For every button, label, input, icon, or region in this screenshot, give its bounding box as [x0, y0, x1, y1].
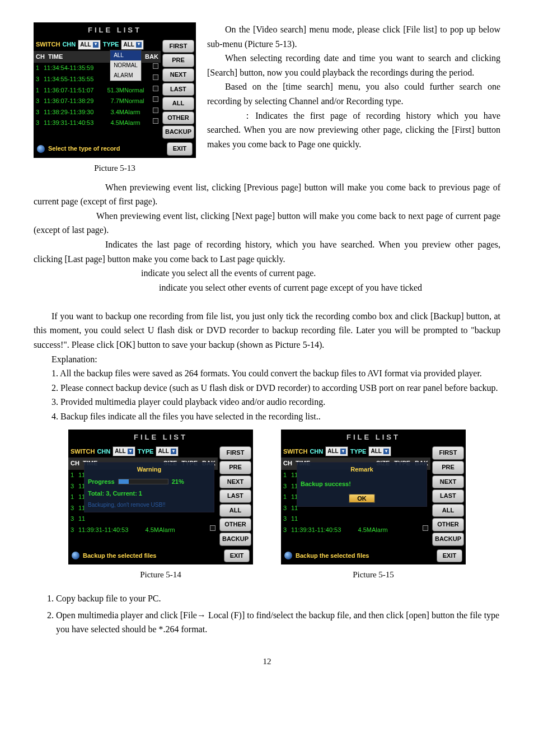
next-button[interactable]: NEXT: [432, 475, 464, 489]
modal-title: Remark: [301, 465, 423, 475]
row-checkbox[interactable]: [153, 86, 158, 91]
exit-button[interactable]: EXIT: [224, 549, 250, 563]
panel-title: FILE LIST: [68, 430, 253, 446]
row-checkbox[interactable]: [210, 525, 216, 531]
progress-bar: [118, 479, 168, 484]
backup-button[interactable]: BACKUP: [219, 533, 251, 546]
all-button[interactable]: ALL: [219, 504, 251, 517]
file-list-panel-14: FILE LIST SWITCH CHN ALL▾ TYPE ALL▾ CH T…: [68, 430, 253, 565]
dd-option-all[interactable]: ALL: [110, 50, 141, 60]
warning-modal: Warning Progress 21% Total: 3, Current: …: [84, 462, 214, 512]
chn-dropdown[interactable]: ALL▾: [113, 446, 135, 456]
backup-button[interactable]: BACKUP: [162, 125, 194, 139]
table-row[interactable]: 311:36:07-11:38:297.7MNormal: [34, 96, 161, 107]
paragraph: 3. Provided multimedia player could play…: [34, 395, 500, 409]
pre-button[interactable]: PRE: [162, 54, 194, 67]
info-icon: [284, 552, 292, 559]
chn-dropdown[interactable]: ALL▾: [78, 40, 100, 50]
all-button[interactable]: ALL: [432, 504, 464, 517]
table-row[interactable]: 311:39:31-11:40:534.5MAlarm: [281, 525, 430, 536]
pre-button[interactable]: PRE: [432, 461, 464, 474]
paragraph: 2. Please connect backup device (such as…: [34, 381, 500, 395]
info-icon: [37, 145, 45, 153]
dd-option-normal[interactable]: NORMAL: [110, 60, 141, 71]
row-checkbox[interactable]: [153, 63, 158, 69]
other-button[interactable]: OTHER: [162, 111, 194, 125]
footer-text: Select the type of record: [48, 144, 120, 154]
paragraph: When previewing event list, clicking [Pr…: [34, 180, 500, 209]
chevron-down-icon: ▾: [128, 449, 133, 454]
type-dropdown[interactable]: ALL▾: [121, 40, 143, 50]
filter-row: SWITCH CHN ALL▾ TYPE ALL▾: [281, 445, 430, 458]
row-checkbox[interactable]: [153, 118, 158, 124]
first-button[interactable]: FIRST: [219, 446, 251, 460]
busy-text: Backuping, don't remove USB!!: [88, 501, 210, 510]
pre-button[interactable]: PRE: [219, 461, 251, 474]
type-dropdown[interactable]: ALL▾: [156, 446, 178, 456]
paragraph: Indicates the last page of recording his…: [34, 237, 500, 266]
panel-title: FILE LIST: [34, 22, 196, 39]
exit-button[interactable]: EXIT: [167, 142, 193, 156]
list-item: Copy backup file to your PC.: [56, 590, 500, 607]
table-row[interactable]: 311:38:29-11:39:303.4MAlarm: [34, 107, 161, 118]
success-text: Backup success!: [301, 479, 423, 489]
dd-option-alarm[interactable]: ALARM: [110, 71, 141, 81]
ok-button[interactable]: OK: [349, 494, 375, 503]
paragraph: On the [Video search] menu mode, please …: [207, 22, 500, 51]
paragraph: 1. All the backup files were saved as 26…: [34, 366, 500, 381]
paragraph: When selecting recording date and time y…: [207, 51, 500, 80]
chevron-down-icon: ▾: [171, 449, 176, 454]
page-number: 12: [34, 655, 500, 668]
last-button[interactable]: LAST: [162, 83, 194, 96]
remark-modal: Remark Backup success! OK: [297, 462, 427, 507]
all-button[interactable]: ALL: [162, 97, 194, 110]
paragraph: 4. Backup files indicate all the files y…: [34, 409, 500, 424]
exit-button[interactable]: EXIT: [437, 549, 462, 563]
table-row[interactable]: 311: [281, 514, 430, 525]
paragraph: If you want to backup one recording from…: [34, 309, 500, 352]
table-row[interactable]: 311:39:31-11:40:534.5MAlarm: [68, 525, 218, 536]
filter-row: SWITCH CHN ALL▾ TYPE ALL▾: [34, 39, 161, 51]
col-bak: BAK: [143, 51, 161, 63]
paragraph: When previewing event list, clicking [Ne…: [34, 209, 500, 237]
other-button[interactable]: OTHER: [432, 518, 464, 531]
type-dropdown[interactable]: ALL▾: [368, 446, 391, 456]
file-list-panel-13: FILE LIST SWITCH CHN ALL▾ TYPE ALL▾ ALL …: [34, 22, 196, 158]
chn-dropdown[interactable]: ALL▾: [325, 446, 348, 456]
last-button[interactable]: LAST: [219, 489, 251, 503]
paragraph: indicate you select other events of curr…: [34, 281, 500, 295]
chevron-down-icon: ▾: [93, 42, 99, 48]
table-row[interactable]: 111:36:07-11:51:0751.3MNormal: [34, 85, 161, 96]
row-checkbox[interactable]: [153, 74, 158, 80]
type-dropdown-popup[interactable]: ALL NORMAL ALARM: [110, 50, 142, 81]
panel-footer: Select the type of record EXIT: [34, 140, 196, 158]
caption-5-14: Picture 5-14: [68, 568, 253, 581]
paragraph: Explanation:: [34, 352, 500, 367]
first-button[interactable]: FIRST: [432, 446, 464, 460]
next-button[interactable]: NEXT: [219, 475, 251, 489]
other-button[interactable]: OTHER: [219, 518, 251, 531]
next-button[interactable]: NEXT: [162, 68, 194, 82]
info-icon: [72, 552, 79, 559]
table-row[interactable]: 311:39:31-11:40:534.5MAlarm: [34, 118, 161, 129]
first-button[interactable]: FIRST: [162, 40, 194, 53]
list-item: Open multimedia player and click [File→ …: [56, 607, 500, 638]
chevron-down-icon: ▾: [383, 449, 389, 454]
progress-value: 21%: [172, 477, 184, 487]
last-button[interactable]: LAST: [432, 489, 464, 503]
row-checkbox[interactable]: [423, 525, 428, 531]
footer-text: Backup the selected files: [296, 551, 369, 561]
table-row[interactable]: 311: [68, 514, 218, 525]
paragraph: indicate you select all the events of cu…: [34, 266, 500, 281]
row-checkbox[interactable]: [153, 108, 158, 113]
side-buttons: FIRST PRE NEXT LAST ALL OTHER BACKUP: [161, 39, 196, 140]
caption-5-13: Picture 5-13: [34, 161, 196, 175]
backup-button[interactable]: BACKUP: [432, 533, 464, 546]
progress-label: Progress: [88, 477, 115, 487]
caption-5-15: Picture 5-15: [281, 568, 466, 581]
switch-label: SWITCH: [36, 40, 60, 50]
chevron-down-icon: ▾: [340, 449, 346, 454]
row-checkbox[interactable]: [153, 96, 158, 102]
modal-title: Warning: [88, 465, 210, 475]
paragraph: ：Indicates the first page of recording h…: [207, 109, 500, 152]
